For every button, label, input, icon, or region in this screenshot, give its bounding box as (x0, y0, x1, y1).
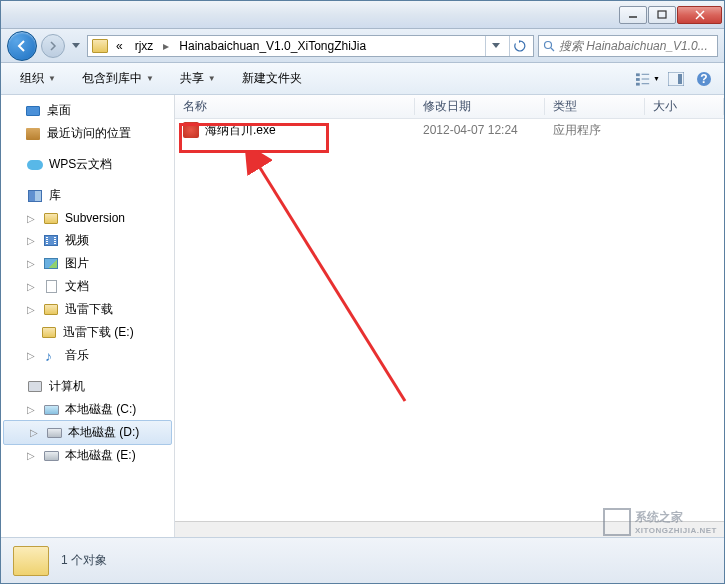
svg-text:?: ? (700, 72, 707, 86)
document-icon (46, 280, 57, 293)
nav-back-button[interactable] (7, 31, 37, 61)
address-dropdown[interactable] (485, 36, 505, 56)
search-icon (543, 40, 555, 52)
sidebar-item-pictures[interactable]: ▷图片 (1, 252, 174, 275)
sidebar-item-wps[interactable]: WPS云文档 (1, 153, 174, 176)
svg-line-5 (551, 48, 554, 51)
column-date[interactable]: 修改日期 (415, 98, 545, 115)
sidebar-item-recent[interactable]: 最近访问的位置 (1, 122, 174, 145)
file-list[interactable]: 海纳百川.exe 2012-04-07 12:24 应用程序 (175, 119, 724, 521)
drive-icon (44, 405, 59, 415)
sidebar-item-xunlei[interactable]: ▷迅雷下载 (1, 298, 174, 321)
refresh-button[interactable] (509, 36, 529, 56)
sidebar-item-documents[interactable]: ▷文档 (1, 275, 174, 298)
picture-icon (44, 258, 58, 269)
sidebar-label: 计算机 (49, 378, 85, 395)
explorer-window: « rjxz ▸ Hainabaichuan_V1.0_XiTongZhiJia… (0, 0, 725, 584)
close-button[interactable] (677, 6, 722, 24)
share-button[interactable]: 共享▼ (169, 65, 227, 92)
folder-icon (92, 39, 108, 53)
folder-icon (13, 546, 49, 576)
expand-icon[interactable]: ▷ (25, 258, 37, 269)
toolbar: 组织▼ 包含到库中▼ 共享▼ 新建文件夹 ▼ ? (1, 63, 724, 95)
sidebar-label: 音乐 (65, 347, 89, 364)
sidebar-item-desktop[interactable]: 桌面 (1, 99, 174, 122)
sidebar-label: 视频 (65, 232, 89, 249)
organize-label: 组织 (20, 70, 44, 87)
sidebar-item-music[interactable]: ▷♪音乐 (1, 344, 174, 367)
addressbar[interactable]: « rjxz ▸ Hainabaichuan_V1.0_XiTongZhiJia (87, 35, 534, 57)
view-options-button[interactable]: ▼ (636, 67, 660, 91)
svg-rect-1 (658, 11, 666, 18)
svg-rect-13 (678, 74, 682, 84)
sidebar-item-xunlei-e[interactable]: 迅雷下载 (E:) (1, 321, 174, 344)
preview-pane-button[interactable] (664, 67, 688, 91)
chevron-right-icon[interactable]: ▸ (161, 39, 171, 53)
file-date: 2012-04-07 12:24 (415, 123, 545, 137)
svg-rect-6 (636, 73, 640, 76)
column-size[interactable]: 大小 (645, 98, 724, 115)
file-row[interactable]: 海纳百川.exe 2012-04-07 12:24 应用程序 (175, 119, 724, 141)
sidebar-item-library[interactable]: 库 (1, 184, 174, 207)
sidebar-label: 本地磁盘 (D:) (68, 424, 139, 441)
titlebar[interactable] (1, 1, 724, 29)
sidebar-label: Subversion (65, 211, 125, 225)
expand-icon[interactable]: ▷ (28, 427, 40, 438)
sidebar-item-computer[interactable]: 计算机 (1, 375, 174, 398)
breadcrumb-parent[interactable]: rjxz (131, 39, 158, 53)
new-folder-button[interactable]: 新建文件夹 (231, 65, 313, 92)
minimize-button[interactable] (619, 6, 647, 24)
sidebar-item-disk-d[interactable]: ▷本地磁盘 (D:) (3, 420, 172, 445)
sidebar-item-subversion[interactable]: ▷Subversion (1, 207, 174, 229)
expand-icon[interactable]: ▷ (25, 350, 37, 361)
maximize-button[interactable] (648, 6, 676, 24)
folder-icon (44, 213, 58, 224)
column-headers: 名称 修改日期 类型 大小 (175, 95, 724, 119)
folder-icon (42, 327, 56, 338)
library-icon (28, 190, 42, 202)
column-type[interactable]: 类型 (545, 98, 645, 115)
sidebar-label: WPS云文档 (49, 156, 112, 173)
cloud-icon (27, 160, 43, 170)
horizontal-scrollbar[interactable] (175, 521, 724, 537)
places-icon (26, 128, 40, 140)
sidebar-item-disk-e[interactable]: ▷本地磁盘 (E:) (1, 444, 174, 467)
sidebar[interactable]: 桌面 最近访问的位置 WPS云文档 库 ▷Subversion ▷视频 ▷图片 … (1, 95, 175, 537)
video-icon (44, 235, 58, 246)
application-icon (183, 122, 199, 138)
breadcrumb-current[interactable]: Hainabaichuan_V1.0_XiTongZhiJia (175, 39, 370, 53)
sidebar-label: 桌面 (47, 102, 71, 119)
breadcrumb-ellipsis[interactable]: « (112, 39, 127, 53)
sidebar-item-video[interactable]: ▷视频 (1, 229, 174, 252)
searchbox[interactable] (538, 35, 718, 57)
sidebar-label: 本地磁盘 (C:) (65, 401, 136, 418)
expand-icon[interactable]: ▷ (25, 404, 37, 415)
expand-icon[interactable]: ▷ (25, 213, 37, 224)
expand-icon[interactable]: ▷ (25, 235, 37, 246)
sidebar-label: 迅雷下载 (65, 301, 113, 318)
organize-button[interactable]: 组织▼ (9, 65, 67, 92)
sidebar-label: 迅雷下载 (E:) (63, 324, 134, 341)
help-button[interactable]: ? (692, 67, 716, 91)
navbar: « rjxz ▸ Hainabaichuan_V1.0_XiTongZhiJia (1, 29, 724, 63)
nav-forward-button[interactable] (41, 34, 65, 58)
nav-history-dropdown[interactable] (69, 36, 83, 56)
include-in-library-button[interactable]: 包含到库中▼ (71, 65, 165, 92)
sidebar-label: 库 (49, 187, 61, 204)
status-text: 1 个对象 (61, 552, 107, 569)
main-pane: 名称 修改日期 类型 大小 海纳百川.exe 2012-04-07 12:24 … (175, 95, 724, 537)
sidebar-item-disk-c[interactable]: ▷本地磁盘 (C:) (1, 398, 174, 421)
statusbar: 1 个对象 (1, 537, 724, 583)
svg-point-4 (545, 41, 552, 48)
expand-icon[interactable]: ▷ (25, 281, 37, 292)
content-area: 桌面 最近访问的位置 WPS云文档 库 ▷Subversion ▷视频 ▷图片 … (1, 95, 724, 537)
expand-icon[interactable]: ▷ (25, 304, 37, 315)
expand-icon[interactable]: ▷ (25, 450, 37, 461)
svg-rect-8 (636, 82, 640, 85)
drive-icon (44, 451, 59, 461)
sidebar-label: 本地磁盘 (E:) (65, 447, 136, 464)
desktop-icon (26, 106, 40, 116)
drive-icon (47, 428, 62, 438)
column-name[interactable]: 名称 (175, 98, 415, 115)
search-input[interactable] (559, 39, 713, 53)
